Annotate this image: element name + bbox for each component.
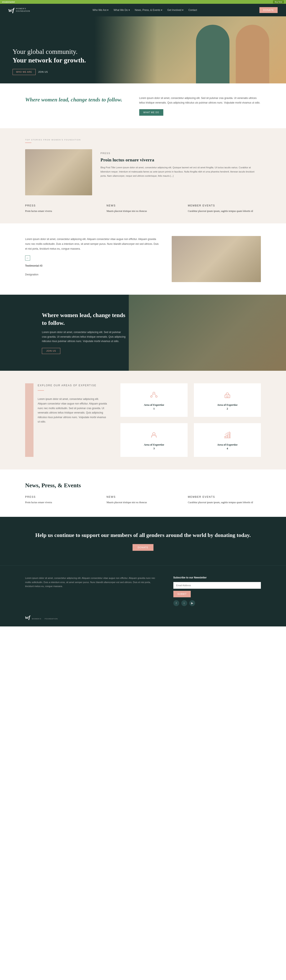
envato-buy-button[interactable]: Buy Now bbox=[273, 0, 284, 3]
expertise-body: Lorem ipsum dolor sit amet, consectetur … bbox=[38, 397, 108, 424]
news-3-title: Curabitur placerat ipsum ipsum, sagittis… bbox=[188, 501, 261, 504]
site-logo: wf WOMEN'S FOUNDATION bbox=[8, 7, 30, 13]
nav-links: Who We Are ▾ What We Do ▾ News, Press, &… bbox=[93, 9, 197, 11]
story-3-title: Curabitur placerat ipsum ipsum, sagittis… bbox=[188, 209, 261, 213]
who-we-are-button[interactable]: WHO WE ARE bbox=[13, 69, 36, 75]
newsletter-submit-button[interactable]: SUBMIT bbox=[173, 591, 191, 597]
who-we-are-link[interactable]: Who We Are ▾ bbox=[93, 9, 109, 11]
expertise-section-label: EXPLORE OUR AREAS OF EXPERTISE bbox=[38, 383, 108, 388]
contact-link[interactable]: Contact bbox=[188, 9, 197, 11]
join-us-button[interactable]: JOIN US bbox=[38, 69, 48, 75]
expertise-card-1-title: Area of Expertise1 bbox=[127, 403, 181, 410]
footer-body: Lorem ipsum dolor sit amet, consectetur … bbox=[25, 576, 156, 589]
footer-social: f t ▶ bbox=[173, 600, 261, 606]
newsletter-form: SUBMIT bbox=[173, 582, 261, 597]
logo-mark: wf bbox=[8, 7, 14, 13]
testimonial-image bbox=[172, 236, 261, 282]
news-events-section: News, Press, & Events PRESS Proin luctus… bbox=[0, 469, 286, 517]
logo-name: WOMEN'S FOUNDATION bbox=[16, 8, 30, 13]
hero-buttons: WHO WE ARE JOIN US bbox=[13, 69, 86, 75]
expertise-icon-2 bbox=[222, 390, 232, 400]
featured-story-image bbox=[25, 149, 92, 195]
footer-logo-name: WOMEN'S FOUNDATION bbox=[32, 618, 58, 620]
tagline-left: Where women lead, change tends to follow… bbox=[25, 96, 127, 103]
tagline-heading: Where women lead, change tends to follow… bbox=[25, 96, 127, 103]
story-grid: PRESS Proin luctus ornare viverra NEWS M… bbox=[25, 204, 261, 213]
tagline-section: Where women lead, change tends to follow… bbox=[0, 83, 286, 128]
donate-cta-heading: Help us continue to support our members … bbox=[25, 531, 261, 539]
news-press-link[interactable]: News, Press, & Events ▾ bbox=[135, 9, 162, 11]
news-2-title: Mauris placerat tristique nisi eu rhoncu… bbox=[107, 501, 180, 504]
cta-dark-background bbox=[129, 295, 286, 371]
svg-point-7 bbox=[153, 433, 155, 435]
hero-content: Your global community. Your network for … bbox=[0, 39, 98, 83]
svg-point-1 bbox=[150, 396, 152, 398]
svg-point-0 bbox=[153, 392, 155, 394]
cta-dark-section: Where women lead, change tends to follow… bbox=[0, 295, 286, 371]
svg-point-2 bbox=[156, 396, 157, 398]
footer-logo: wf WOMEN'S FOUNDATION bbox=[25, 614, 261, 620]
svg-rect-11 bbox=[229, 433, 230, 438]
testimonial-designation: Designation bbox=[25, 272, 159, 277]
footer-right: Subscribe to our Newsletter SUBMIT f t ▶ bbox=[173, 576, 261, 606]
tagline-body: Lorem ipsum dolor sit amet, consectetur … bbox=[139, 96, 261, 105]
what-we-do-button[interactable]: WHAT WE DO bbox=[139, 109, 163, 116]
expertise-card-3: Area of Expertise3 bbox=[120, 423, 187, 457]
story-2-tag: NEWS bbox=[107, 204, 180, 207]
envato-label: envatomarket bbox=[2, 1, 15, 3]
hero-section: Your global community. Your network for … bbox=[0, 16, 286, 83]
news-events-heading: News, Press, & Events bbox=[25, 482, 261, 489]
featured-story-content: PRESS Proin luctus ornare viverra Blog P… bbox=[101, 149, 261, 195]
donate-button[interactable]: DONATE bbox=[133, 544, 153, 551]
newsletter-heading: Subscribe to our Newsletter bbox=[173, 576, 261, 579]
svg-rect-10 bbox=[228, 434, 229, 438]
news-1-tag: PRESS bbox=[25, 495, 98, 499]
footer-left: Lorem ipsum dolor sit amet, consectetur … bbox=[25, 576, 156, 606]
footer-main: Lorem ipsum dolor sit amet, consectetur … bbox=[25, 576, 261, 606]
cta-dark-content: Where women lead, change tends to follow… bbox=[42, 312, 126, 354]
news-2-tag: NEWS bbox=[107, 495, 180, 499]
testimonial-name: Testimonial #3 bbox=[25, 263, 159, 268]
woman-figure-2 bbox=[236, 25, 269, 83]
expertise-card-3-title: Area of Expertise3 bbox=[127, 443, 181, 450]
news-grid: PRESS Proin luctus ornare viverra NEWS M… bbox=[25, 495, 261, 504]
featured-story-body: Blog Post Title Lorem ipsum dolor sit am… bbox=[101, 165, 261, 178]
what-we-do-link[interactable]: What We Do ▾ bbox=[114, 9, 130, 11]
email-input[interactable] bbox=[173, 582, 261, 589]
news-card-2: NEWS Mauris placerat tristique nisi eu r… bbox=[107, 495, 180, 504]
story-1-tag: PRESS bbox=[25, 204, 98, 207]
facebook-icon[interactable]: f bbox=[173, 600, 179, 606]
cta-join-us-button[interactable]: JOIN US bbox=[42, 348, 60, 354]
featured-story-tag: PRESS bbox=[101, 151, 261, 156]
news-3-tag: MEMBER EVENTS bbox=[188, 495, 261, 499]
twitter-icon[interactable]: t bbox=[181, 600, 187, 606]
expertise-right: Area of Expertise1 Area of Expertise2 bbox=[120, 383, 261, 457]
hero-women-figures bbox=[196, 25, 269, 83]
story-card-2: NEWS Mauris placerat tristique nisi eu r… bbox=[107, 204, 180, 213]
expertise-icon-4 bbox=[222, 430, 232, 440]
nav-donate-button[interactable]: DONATE bbox=[259, 7, 278, 13]
expertise-card-4: Area of Expertise4 bbox=[194, 423, 261, 457]
news-card-3: MEMBER EVENTS Curabitur placerat ipsum i… bbox=[188, 495, 261, 504]
youtube-icon[interactable]: ▶ bbox=[189, 600, 195, 606]
testimonial-body: Lorem ipsum dolor sit amet, consectetur … bbox=[25, 237, 159, 251]
story-card-1: PRESS Proin luctus ornare viverra bbox=[25, 204, 98, 213]
envato-bar: envatomarket Buy Now bbox=[0, 0, 286, 4]
testimonial-content: Lorem ipsum dolor sit amet, consectetur … bbox=[25, 237, 159, 281]
expertise-card-4-title: Area of Expertise4 bbox=[200, 443, 254, 450]
news-card-1: PRESS Proin luctus ornare viverra bbox=[25, 495, 98, 504]
footer: Lorem ipsum dolor sit amet, consectetur … bbox=[0, 565, 286, 627]
testimonial-nav: ← bbox=[25, 256, 159, 261]
testimonial-prev-button[interactable]: ← bbox=[25, 256, 30, 261]
expertise-card-2-title: Area of Expertise2 bbox=[200, 403, 254, 410]
svg-rect-9 bbox=[226, 435, 228, 438]
svg-rect-5 bbox=[225, 395, 230, 398]
section-divider bbox=[25, 143, 32, 143]
expertise-divider bbox=[38, 390, 44, 391]
get-involved-link[interactable]: Get Involved ▾ bbox=[167, 9, 183, 11]
story-1-title: Proin luctus ornare viverra bbox=[25, 209, 98, 213]
svg-rect-8 bbox=[224, 436, 226, 438]
featured-story-title: Proin luctus ornare viverra bbox=[101, 157, 261, 162]
expertise-card-2: Area of Expertise2 bbox=[194, 383, 261, 417]
expertise-icon-1 bbox=[149, 390, 159, 400]
